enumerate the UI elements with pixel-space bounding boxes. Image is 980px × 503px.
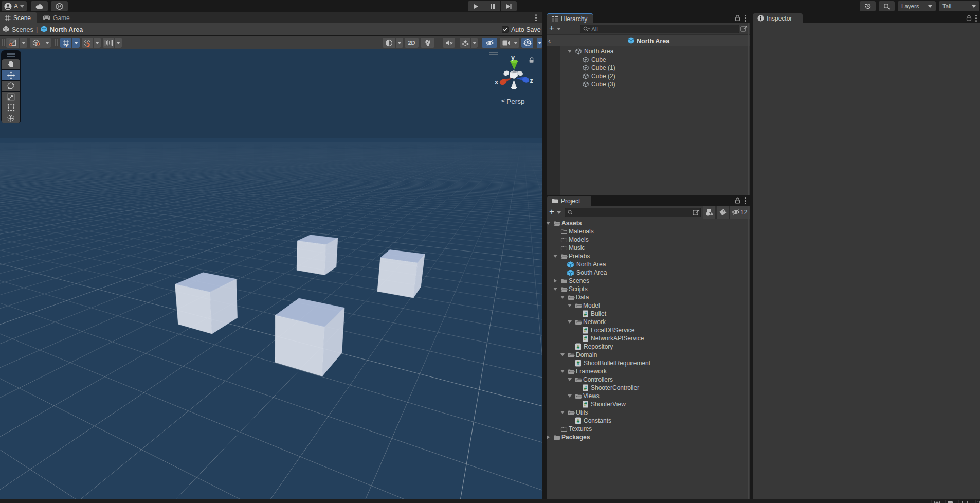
svg-text:y: y (511, 54, 515, 61)
svg-text:x: x (495, 79, 498, 86)
svg-text:Y: Y (65, 43, 68, 47)
svg-text:z: z (530, 77, 533, 84)
